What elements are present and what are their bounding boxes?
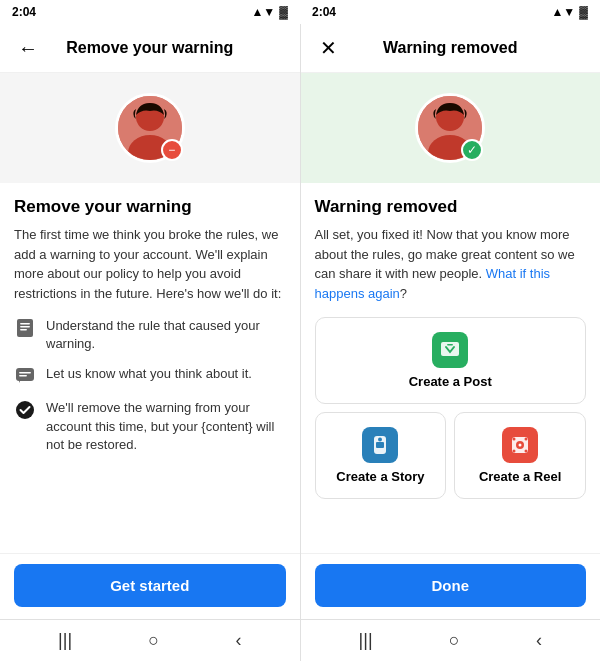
right-panel-title: Warning removed	[343, 39, 559, 57]
right-content-description: All set, you fixed it! Now that you know…	[315, 225, 587, 303]
create-story-button[interactable]: Create a Story	[315, 412, 447, 499]
svg-rect-8	[19, 372, 31, 374]
create-story-icon	[362, 427, 398, 463]
left-battery-icon: ▓	[279, 5, 288, 19]
step-2-icon	[14, 365, 36, 387]
create-post-button[interactable]: Create a Post	[315, 317, 587, 404]
left-content-title: Remove your warning	[14, 197, 286, 217]
create-post-label: Create a Post	[409, 374, 492, 389]
svg-rect-7	[16, 368, 34, 381]
left-panel: ← Remove your warning	[0, 24, 301, 619]
create-story-label: Create a Story	[336, 469, 424, 484]
right-bottom-area: Done	[301, 553, 601, 619]
left-time: 2:04	[12, 5, 36, 19]
left-avatar-wrapper: −	[115, 93, 185, 163]
right-avatar-section: ✓	[301, 73, 601, 183]
left-signal-icon: ▲▼	[251, 5, 275, 19]
right-nav-recent-icon[interactable]: |||	[359, 630, 373, 651]
left-avatar-badge: −	[161, 139, 183, 161]
back-button[interactable]: ←	[14, 34, 42, 62]
svg-rect-3	[17, 319, 33, 337]
left-nav: ||| ○ ‹	[0, 620, 301, 661]
action-row: Create a Story	[315, 412, 587, 499]
left-nav-recent-icon[interactable]: |||	[58, 630, 72, 651]
svg-point-24	[513, 450, 516, 453]
right-avatar-wrapper: ✓	[415, 93, 485, 163]
svg-point-23	[525, 438, 528, 441]
svg-rect-17	[376, 442, 384, 448]
status-bars: 2:04 ▲▼ ▓ 2:04 ▲▼ ▓	[0, 0, 600, 24]
step-3-icon	[14, 399, 36, 421]
svg-rect-5	[20, 326, 30, 328]
step-3-text: We'll remove the warning from your accou…	[46, 399, 286, 454]
get-started-button[interactable]: Get started	[14, 564, 286, 607]
svg-rect-9	[19, 375, 27, 377]
right-battery-icon: ▓	[579, 5, 588, 19]
step-1: Understand the rule that caused your war…	[14, 317, 286, 353]
right-nav-back-icon[interactable]: ‹	[536, 630, 542, 651]
svg-point-18	[378, 438, 382, 442]
close-button[interactable]: ✕	[315, 34, 343, 62]
right-status-icons: ▲▼ ▓	[551, 5, 588, 19]
right-panel-content: Warning removed All set, you fixed it! N…	[301, 183, 601, 553]
left-status-bar: 2:04 ▲▼ ▓	[0, 0, 300, 24]
right-time: 2:04	[312, 5, 336, 19]
svg-rect-15	[447, 344, 453, 346]
create-reel-label: Create a Reel	[479, 469, 561, 484]
svg-point-10	[16, 401, 34, 419]
svg-point-21	[519, 444, 522, 447]
main-panels: ← Remove your warning	[0, 24, 600, 619]
left-avatar-section: −	[0, 73, 300, 183]
left-panel-header: ← Remove your warning	[0, 24, 300, 73]
left-panel-title: Remove your warning	[42, 39, 258, 57]
left-panel-content: Remove your warning The first time we th…	[0, 183, 300, 553]
left-bottom-area: Get started	[0, 553, 300, 619]
right-nav-home-icon[interactable]: ○	[449, 630, 460, 651]
left-nav-back-icon[interactable]: ‹	[235, 630, 241, 651]
create-reel-icon	[502, 427, 538, 463]
create-post-icon	[432, 332, 468, 368]
right-panel-header: ✕ Warning removed	[301, 24, 601, 73]
step-2-text: Let us know what you think about it.	[46, 365, 252, 383]
create-reel-button[interactable]: Create a Reel	[454, 412, 586, 499]
bottom-nav: ||| ○ ‹ ||| ○ ‹	[0, 619, 600, 661]
right-panel: ✕ Warning removed ✓	[301, 24, 601, 619]
step-2: Let us know what you think about it.	[14, 365, 286, 387]
right-status-bar: 2:04 ▲▼ ▓	[300, 0, 600, 24]
step-1-icon	[14, 317, 36, 339]
svg-point-22	[513, 438, 516, 441]
left-content-description: The first time we think you broke the ru…	[14, 225, 286, 303]
right-nav: ||| ○ ‹	[301, 620, 601, 661]
action-grid: Create a Post Create a Story	[315, 317, 587, 499]
right-signal-icon: ▲▼	[551, 5, 575, 19]
right-avatar-badge: ✓	[461, 139, 483, 161]
left-status-icons: ▲▼ ▓	[251, 5, 288, 19]
step-1-text: Understand the rule that caused your war…	[46, 317, 286, 353]
steps-list: Understand the rule that caused your war…	[14, 317, 286, 454]
svg-rect-4	[20, 323, 30, 325]
svg-point-25	[525, 450, 528, 453]
step-3: We'll remove the warning from your accou…	[14, 399, 286, 454]
left-nav-home-icon[interactable]: ○	[148, 630, 159, 651]
right-content-title: Warning removed	[315, 197, 587, 217]
done-button[interactable]: Done	[315, 564, 587, 607]
svg-rect-6	[20, 329, 27, 331]
